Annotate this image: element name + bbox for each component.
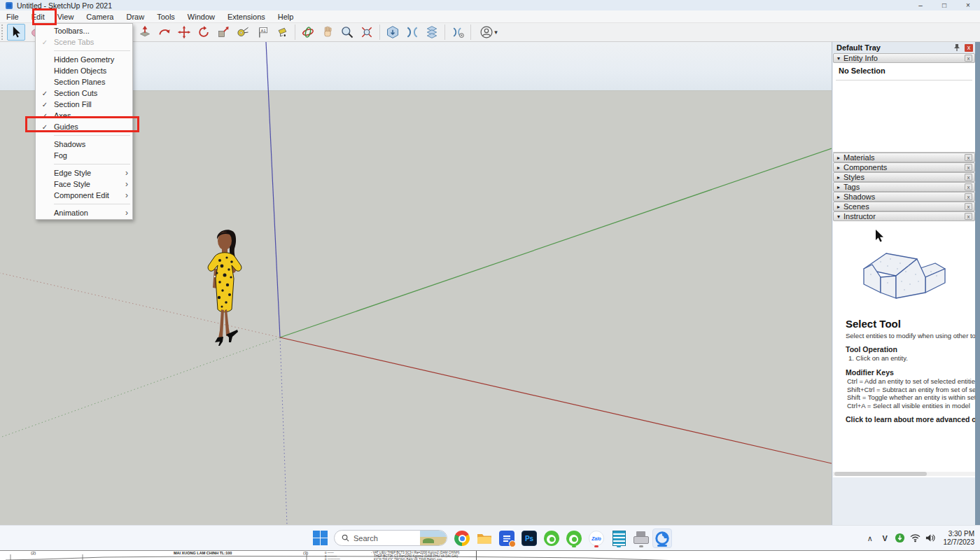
maximize-icon[interactable]: □ [932,0,956,10]
menu-view[interactable]: View [51,11,80,22]
clock[interactable]: 3:30 PM 12/7/2023 [941,530,980,547]
menu-window[interactable]: Window [181,11,221,22]
menu-item-section-cuts[interactable]: ✓Section Cuts [36,88,132,99]
idm-tray-icon[interactable] [892,533,907,545]
menu-item-animation[interactable]: ✓Animation› [36,207,132,218]
menu-item-section-fill[interactable]: ✓Section Fill [36,99,132,110]
scrollbar-thumb[interactable] [834,472,927,476]
menu-item-section-planes[interactable]: ✓Section Planes [36,76,132,88]
volume-icon[interactable] [923,533,937,544]
sign-in-account-button[interactable]: ▾ [475,24,503,41]
entity-info-close-icon[interactable]: x [965,55,972,62]
zoom-tool-button[interactable] [338,24,356,41]
scale-tool-button[interactable] [214,24,232,41]
section-close-icon[interactable]: x [965,193,972,200]
toolbar-separator [444,24,445,40]
orbit-tool-button[interactable] [299,24,317,41]
section-close-icon[interactable]: x [965,183,972,190]
active-indicator [657,545,667,547]
menu-draw[interactable]: Draw [120,11,150,22]
tray-section-shadows[interactable]: ▸Shadowsx [833,192,975,202]
menu-item-edge-style[interactable]: ✓Edge Style› [36,167,132,178]
v-app-tray-icon[interactable]: V [877,534,892,542]
taskbar-app-sketchup-active[interactable] [652,528,672,548]
menu-item-hidden-objects[interactable]: ✓Hidden Objects [36,65,132,76]
close-icon[interactable]: × [956,0,980,10]
house-sketch-illustration [860,238,949,307]
menu-tools[interactable]: Tools [150,11,181,22]
taskbar-app-chrome[interactable] [452,528,472,548]
menu-item-toolbars[interactable]: ✓Toolbars... [36,25,132,36]
tray-header[interactable]: Default Tray x [832,42,976,53]
tray-section-components[interactable]: ▸Componentsx [833,162,975,172]
taskbar-app-notes[interactable] [609,528,629,548]
paint-bucket-tool-button[interactable] [273,24,291,41]
menu-item-face-style[interactable]: ✓Face Style› [36,178,132,190]
scale-figure-person[interactable] [198,225,252,348]
section-close-icon[interactable]: x [965,154,972,161]
instructor-modifier-line: Ctrl = Add an entity to set of selected … [847,377,975,385]
windows-logo-icon [313,531,320,538]
taskbar-app-file-explorer[interactable] [475,528,494,548]
wifi-icon[interactable] [907,533,922,544]
minimize-icon[interactable]: – [909,0,932,10]
windows-logo-icon [313,538,320,545]
menu-item-axes[interactable]: ✓Axes [36,110,132,121]
tray-section-tags[interactable]: ▸Tagsx [833,182,975,192]
text-tool-button[interactable]: A1 [253,24,272,41]
menu-item-hidden-geometry[interactable]: ✓Hidden Geometry [36,54,132,65]
menu-item-guides[interactable]: ✓Guides [36,121,132,132]
section-close-icon[interactable]: x [965,164,972,171]
menu-item-shadows[interactable]: ✓Shadows [36,139,132,150]
chrome-icon [454,531,470,546]
push-pull-tool-button[interactable] [136,24,154,41]
background-cad-window-sliver[interactable]: (2) MAI XUONG LAM CHINH TL:100 (3) o ——o… [0,550,980,560]
menu-edit[interactable]: Edit [25,11,51,22]
zoom-extents-tool-button[interactable] [358,24,376,41]
section-close-icon[interactable]: x [965,203,972,210]
instructor-advanced-link[interactable]: Click to learn about more advanced op [846,415,975,424]
follow-me-tool-button[interactable] [155,24,174,41]
move-tool-button[interactable] [175,24,193,41]
rotate-icon [197,25,211,39]
start-button[interactable] [313,531,328,545]
menu-item-scene-tabs[interactable]: ✓Scene Tabs [36,36,132,48]
section-close-icon[interactable]: x [965,213,972,220]
taskbar-search-input[interactable]: Search [334,530,447,546]
entity-info-header[interactable]: ▾ Entity Info x [833,53,975,63]
pin-icon[interactable] [952,43,962,52]
tray-section-scenes[interactable]: ▸Scenesx [833,202,975,211]
taskbar-app-office[interactable] [497,528,517,548]
tape-measure-tool-button[interactable] [234,24,252,41]
taskbar-app-photoshop[interactable]: Ps [519,528,539,548]
tray-title: Default Tray [832,43,881,52]
search-weather-widget[interactable] [420,531,447,545]
section-close-icon[interactable]: x [965,174,972,181]
menu-item-fog[interactable]: ✓Fog [36,150,132,161]
instructor-horizontal-scrollbar[interactable] [833,472,975,476]
menu-item-component-edit[interactable]: ✓Component Edit› [36,190,132,201]
shared-layers-button[interactable] [423,24,441,41]
3d-warehouse-button[interactable] [384,24,402,41]
tray-section-materials[interactable]: ▸Materialsx [833,153,975,162]
extension-warehouse-button[interactable] [403,24,421,41]
taskbar-app-zalo[interactable]: Zalo [587,528,606,548]
rotate-tool-button[interactable] [195,24,213,41]
menu-extensions[interactable]: Extensions [221,11,272,22]
select-tool-button[interactable] [7,24,25,41]
tray-section-styles[interactable]: ▸Stylesx [833,172,975,182]
pan-tool-button[interactable] [318,24,337,41]
chevron-up-icon[interactable]: ∧ [862,534,877,543]
menu-help[interactable]: Help [272,11,300,22]
tray-close-icon[interactable]: x [965,44,973,52]
toolbar-drag-handle[interactable] [1,24,4,40]
tray-scroll-strip[interactable] [975,42,980,525]
taskbar-app-printer[interactable] [631,528,651,548]
extension-manager-button[interactable] [449,24,467,41]
taskbar-app-coccoc-1[interactable] [542,528,561,548]
instructor-modifier-line: Shift+Ctrl = Subtract an entity from set… [847,386,975,393]
taskbar-app-coccoc-2[interactable] [564,528,584,548]
menu-file[interactable]: File [0,11,25,22]
menu-camera[interactable]: Camera [80,11,120,22]
tray-section-instructor[interactable]: ▾Instructorx [833,211,975,221]
